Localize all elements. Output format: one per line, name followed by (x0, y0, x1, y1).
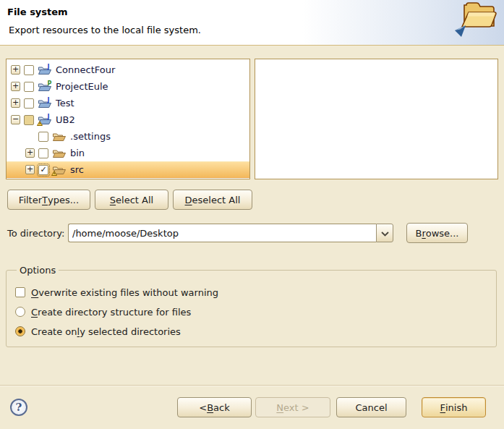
chevron-down-icon (381, 228, 389, 239)
tree-checkbox-settings[interactable] (38, 132, 48, 142)
resource-tree[interactable]: + J ConnectFour + P ProjectEule + J Test… (6, 59, 250, 179)
expand-toggle[interactable]: + (11, 65, 20, 75)
tree-item-label[interactable]: ProjectEule (56, 81, 108, 92)
options-group: Options Overwrite existing files without… (6, 265, 497, 347)
expand-toggle[interactable]: + (11, 98, 20, 108)
directory-structure-radio[interactable] (15, 307, 25, 317)
svg-text:J: J (47, 113, 50, 119)
export-folder-icon (453, 1, 498, 42)
tree-checkbox-ub2[interactable] (24, 115, 34, 125)
next-button[interactable]: Next > (255, 397, 330, 417)
tree-row-src[interactable]: + ✓ src (7, 161, 249, 178)
option-selected-directories[interactable]: Create only selected directories (15, 326, 487, 337)
tree-checkbox-bin[interactable] (38, 148, 48, 158)
footer-separator (0, 385, 504, 386)
folder-icon (52, 148, 67, 159)
expand-toggle[interactable]: + (25, 165, 35, 174)
page-subtitle: Export resources to the local file syste… (9, 25, 201, 35)
browse-button[interactable]: Browse... (406, 223, 468, 243)
resource-file-list[interactable] (255, 59, 498, 179)
tree-item-label[interactable]: Test (56, 98, 74, 109)
folder-warning-icon (52, 164, 67, 176)
tree-row-connectfour[interactable]: + J ConnectFour (7, 61, 249, 78)
combo-dropdown-button[interactable] (376, 224, 393, 242)
tree-checkbox-test[interactable] (24, 98, 34, 109)
cancel-button[interactable]: Cancel (336, 397, 406, 417)
tree-checkbox-src[interactable]: ✓ (38, 165, 48, 175)
back-button[interactable]: < Back (177, 397, 252, 417)
java-project-warning-icon: J (38, 114, 52, 126)
tree-checkbox-connectfour[interactable] (24, 65, 34, 75)
finish-button[interactable]: Finish (422, 397, 486, 417)
expand-toggle[interactable]: + (11, 82, 20, 91)
export-wizard-dialog: File system Export resources to the loca… (0, 0, 504, 429)
tree-row-ub2[interactable]: − J UB2 (7, 111, 249, 128)
tree-row-projecteule[interactable]: + P ProjectEule (7, 78, 249, 95)
selected-directories-radio[interactable] (15, 326, 25, 336)
svg-text:P: P (48, 80, 52, 86)
directory-combo (68, 224, 393, 242)
tree-item-label[interactable]: ConnectFour (56, 64, 115, 75)
tree-item-label[interactable]: bin (70, 148, 85, 158)
svg-text:J: J (47, 63, 50, 69)
svg-text:J: J (47, 96, 50, 103)
folder-icon (52, 131, 67, 143)
wizard-header: File system Export resources to the loca… (0, 0, 504, 46)
project-icon: P (38, 81, 52, 93)
tree-row-test[interactable]: + J Test (7, 95, 249, 111)
tree-item-label[interactable]: UB2 (56, 114, 75, 125)
option-overwrite[interactable]: Overwrite existing files without warning (15, 286, 487, 298)
option-directory-structure[interactable]: Create directory structure for files (15, 306, 487, 318)
page-title: File system (7, 7, 68, 17)
tree-row-settings[interactable]: .settings (7, 128, 249, 145)
directory-structure-label[interactable]: Create directory structure for files (31, 307, 191, 318)
overwrite-checkbox[interactable] (15, 287, 25, 297)
options-legend: Options (17, 265, 59, 276)
java-project-icon: J (38, 64, 52, 76)
question-mark-icon: ? (16, 401, 22, 414)
filter-types-button[interactable]: Filter Types... (7, 190, 90, 210)
directory-input[interactable] (68, 224, 376, 242)
wizard-navigation-buttons: < Back Next > Cancel Finish (177, 397, 486, 417)
selected-directories-label[interactable]: Create only selected directories (31, 326, 181, 337)
selection-button-row: Filter Types... Select All Deselect All (7, 190, 252, 210)
java-project-icon: J (38, 98, 52, 109)
destination-row: To directory: Browse... (7, 223, 468, 243)
tree-row-bin[interactable]: + bin (7, 145, 249, 161)
select-all-button[interactable]: Select All (95, 190, 168, 210)
tree-checkbox-projecteule[interactable] (24, 82, 34, 92)
tree-item-label[interactable]: src (70, 164, 84, 175)
tree-item-label[interactable]: .settings (70, 131, 111, 142)
footer-bar: ? < Back Next > Cancel Finish (10, 397, 486, 417)
overwrite-label[interactable]: Overwrite existing files without warning (31, 287, 218, 298)
to-directory-label: To directory: (7, 228, 68, 239)
help-button[interactable]: ? (10, 399, 27, 416)
deselect-all-button[interactable]: Deselect All (173, 190, 252, 210)
collapse-toggle[interactable]: − (11, 115, 20, 124)
expand-toggle[interactable]: + (25, 148, 35, 158)
